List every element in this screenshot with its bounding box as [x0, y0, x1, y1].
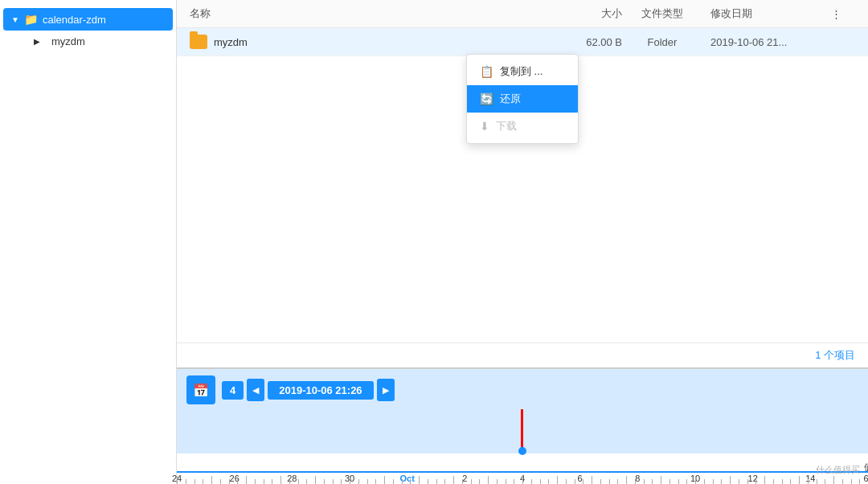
arrow-right-icon: ▶ — [34, 37, 43, 46]
restore-icon: 🔄 — [480, 92, 493, 105]
ruler-label: 8 — [635, 474, 640, 483]
copy-icon: 📋 — [480, 65, 493, 78]
header-menu: ⋮ — [831, 8, 855, 20]
ruler-label: 6 — [578, 474, 583, 483]
header-date: 修改日期 — [702, 6, 831, 21]
context-menu: 📋 复制到 ... 🔄 还原 ⬇ 下载 — [466, 54, 579, 144]
row-size: 62.00 B — [542, 36, 622, 48]
menu-restore-label: 还原 — [500, 92, 521, 106]
row-type: Folder — [622, 36, 702, 48]
timeline-area: 📅 4 ◀ 2019-10-06 21:26 ▶ 24262830Oct2468… — [177, 367, 868, 484]
next-version-button[interactable]: ▶ — [377, 379, 395, 401]
sidebar-root-label: calendar-zdm — [43, 14, 106, 26]
timeline-top: 📅 4 ◀ 2019-10-06 21:26 ▶ — [177, 369, 868, 411]
header-name: 名称 — [190, 6, 542, 21]
table-row[interactable]: myzdm 62.00 B Folder 2019-10-06 21... 📋 … — [177, 28, 868, 56]
main-area: ▼ 📁 calendar-zdm ▶ myzdm 名称 大小 文件类型 修改日期… — [0, 0, 868, 484]
menu-item-download: ⬇ 下载 — [467, 113, 578, 140]
menu-download-label: 下载 — [496, 119, 517, 133]
table-header: 名称 大小 文件类型 修改日期 ⋮ — [177, 0, 868, 28]
sidebar: ▼ 📁 calendar-zdm ▶ myzdm — [0, 0, 177, 484]
content-area: 名称 大小 文件类型 修改日期 ⋮ myzdm 62.00 B Folder 2… — [177, 0, 868, 484]
menu-copy-label: 复制到 ... — [500, 64, 542, 79]
sidebar-child-label: myzdm — [51, 35, 85, 47]
arrow-down-icon: ▼ — [11, 15, 21, 24]
version-date: 2019-10-06 21:26 — [268, 381, 373, 400]
sidebar-item-myzdm[interactable]: ▶ myzdm — [27, 32, 173, 51]
sidebar-item-calendar-zdm[interactable]: ▼ 📁 calendar-zdm — [3, 8, 173, 31]
sidebar-children: ▶ myzdm — [0, 32, 176, 51]
row-name: myzdm — [214, 36, 542, 48]
header-type: 文件类型 — [622, 6, 702, 21]
prev-version-button[interactable]: ◀ — [247, 379, 264, 401]
ruler-label: 2 — [462, 474, 467, 483]
download-icon: ⬇ — [480, 120, 489, 133]
count-bar: 1 个项目 — [177, 342, 868, 367]
row-date: 2019-10-06 21... — [702, 36, 831, 48]
version-number: 4 — [222, 381, 244, 400]
menu-item-copy[interactable]: 📋 复制到 ... — [467, 58, 578, 85]
timeline-ruler: 24262830Oct2468101214值6 — [177, 453, 868, 484]
calendar-icon-button[interactable]: 📅 — [186, 375, 215, 404]
menu-item-restore[interactable]: 🔄 还原 — [467, 85, 578, 113]
folder-icon: 📁 — [24, 13, 38, 26]
ruler-line — [177, 471, 868, 473]
version-nav: 4 ◀ 2019-10-06 21:26 ▶ — [222, 379, 395, 401]
header-size: 大小 — [542, 6, 622, 21]
timeline-dot — [518, 447, 526, 455]
calendar-icon: 📅 — [193, 383, 209, 398]
row-folder-icon — [190, 35, 207, 49]
